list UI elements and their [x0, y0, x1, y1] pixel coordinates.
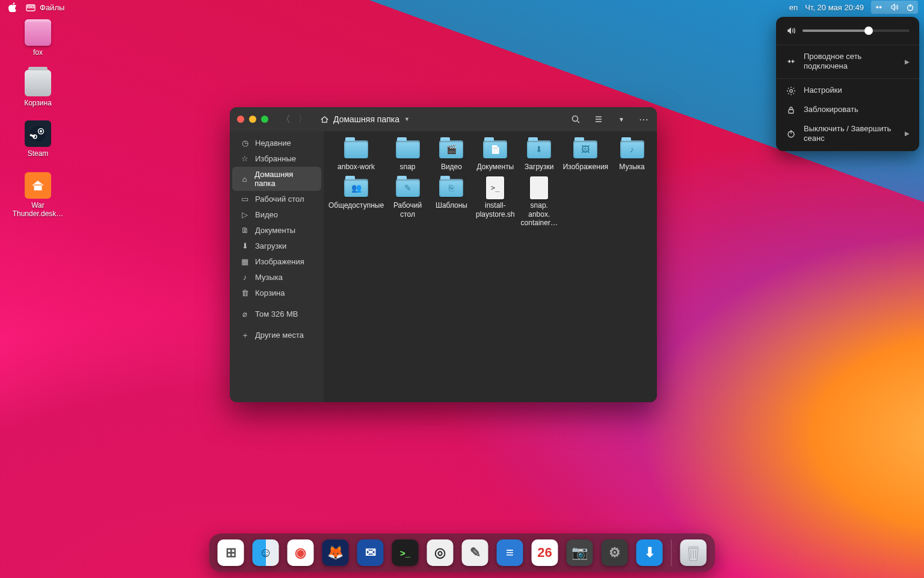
volume-row [776, 23, 919, 42]
sidebar-item-plus[interactable]: ＋Другие места [232, 328, 321, 343]
lock-menu-item[interactable]: Заблокировать [776, 101, 919, 120]
clock[interactable]: Чт, 20 мая 20:49 [805, 3, 864, 12]
settings-menu-item[interactable]: Настройки [776, 81, 919, 101]
dock-item-trash[interactable] [680, 539, 707, 566]
folder-icon: ✎ [396, 179, 420, 197]
dock-item-rhythmbox[interactable]: ◎ [427, 539, 454, 566]
dock-item-show-apps[interactable]: ⊞ [218, 539, 244, 566]
dock-item-gedit[interactable]: ✎ [462, 539, 488, 566]
file-label: snap [400, 163, 416, 171]
dock: ⊞☺◉🦊✉>_◎✎≡26📷⚙⬇ [209, 533, 715, 572]
sidebar-item-image[interactable]: ▦Изображения [232, 254, 321, 269]
system-menu-popover: Проводное сетьподключена ▶ Настройки Заб… [776, 17, 919, 151]
file-item[interactable]: 🎬Видео [430, 137, 473, 172]
apple-menu-icon[interactable] [8, 2, 17, 12]
ethernet-icon [786, 56, 796, 67]
app-menu-label: Файлы [40, 3, 64, 12]
dock-item-screenshot[interactable]: 📷 [567, 539, 593, 566]
svg-point-9 [30, 126, 46, 141]
file-label: Рабочий стол [387, 201, 428, 219]
dock-item-thunderbird[interactable]: ✉ [357, 539, 384, 566]
files-content[interactable]: anbox-worksnap🎬Видео📄Документы⬇Загрузки🖼… [324, 131, 657, 402]
desktop-icon-корзина[interactable]: Корзина [11, 70, 65, 107]
dock-item-finder[interactable]: ☺ [253, 539, 279, 566]
sidebar-item-disk[interactable]: ⌀Том 326 MB [232, 306, 321, 322]
sidebar-item-doc[interactable]: 🗎Документы [232, 223, 321, 238]
file-item[interactable]: 🖼Изображения [562, 137, 609, 172]
dock-item-calendar[interactable]: 26 [532, 539, 558, 566]
sidebar-item-trash[interactable]: 🗑Корзина [232, 285, 321, 300]
network-icon [873, 2, 884, 13]
app-icon [25, 172, 51, 199]
folder-icon [344, 140, 368, 158]
dock-item-software[interactable]: ⬇ [636, 539, 663, 566]
home-icon [319, 114, 330, 125]
steam-icon [25, 120, 51, 147]
sidebar-item-label: Рабочий стол [255, 194, 304, 204]
file-item[interactable]: 📄Документы [474, 137, 517, 172]
music-icon: ♪ [241, 273, 249, 282]
disk-icon: ⌀ [241, 310, 249, 319]
sidebar-item-label: Изображения [255, 257, 304, 266]
nav-back-button[interactable]: 〈 [280, 113, 291, 126]
file-item[interactable]: anbox-work [327, 137, 385, 172]
file-item[interactable]: snap [386, 137, 429, 172]
dock-item-settings[interactable]: ⚙ [602, 539, 628, 566]
trash-icon [25, 70, 51, 96]
svg-rect-6 [789, 110, 793, 113]
sidebar-item-music[interactable]: ♪Музыка [232, 270, 321, 285]
dock-item-libreoffice-writer[interactable]: ≡ [497, 539, 523, 566]
search-icon[interactable] [570, 114, 581, 125]
power-menu-item[interactable]: Выключить / Завершить сеанс ▶ [776, 120, 919, 148]
gear-icon [786, 85, 796, 96]
file-label: install-playstore.sh [475, 201, 516, 219]
sidebar-item-label: Корзина [255, 288, 285, 297]
file-item[interactable]: snap. anbox. container… [518, 176, 561, 228]
sidebar-item-label: Том 326 MB [255, 309, 298, 319]
file-item[interactable]: ⬇Загрузки [518, 137, 561, 172]
window-titlebar[interactable]: 〈 〉 Домашняя папка ▼ ▼ ⋯ [230, 107, 657, 131]
sidebar-item-desktop[interactable]: ▭Рабочий стол [232, 191, 321, 207]
sidebar-item-clock[interactable]: ◷Недавние [232, 135, 321, 151]
file-item[interactable]: 👥Общедоступные [327, 176, 385, 228]
file-item[interactable]: ✎Рабочий стол [386, 176, 429, 228]
view-list-icon[interactable] [593, 114, 604, 125]
maximize-button[interactable] [261, 116, 268, 123]
icon-label: Корзина [11, 99, 65, 107]
nav-forward-button[interactable]: 〉 [297, 113, 308, 126]
desktop-icon-steam[interactable]: Steam [11, 120, 65, 158]
path-button[interactable]: Домашняя папка ▼ [314, 111, 414, 127]
separator [776, 78, 919, 79]
minimize-button[interactable] [249, 116, 256, 123]
sidebar-item-download[interactable]: ⬇Загрузки [232, 238, 321, 253]
svg-line-14 [578, 121, 579, 123]
dock-item-firefox[interactable]: 🦊 [322, 539, 349, 566]
sidebar-item-video[interactable]: ▷Видео [232, 207, 321, 222]
desktop-icon-fox[interactable]: fox [11, 19, 65, 57]
system-status-area[interactable] [871, 1, 918, 14]
close-button[interactable] [237, 116, 244, 123]
file-item[interactable]: ♪Музыка [611, 137, 653, 172]
separator [776, 45, 919, 45]
desktop-icon-war thunder.desk…[interactable]: War Thunder.desk… [11, 172, 65, 218]
dock-item-terminal[interactable]: >_ [392, 539, 419, 566]
keyboard-layout[interactable]: en [789, 3, 798, 12]
sidebar-item-star[interactable]: ☆Избранные [232, 151, 321, 166]
hamburger-menu-icon[interactable]: ⋯ [639, 114, 650, 125]
folder-icon: ⬇ [527, 140, 551, 158]
app-indicator[interactable]: Файлы [25, 2, 64, 13]
dock-item-chrome[interactable]: ◉ [288, 539, 314, 566]
document-icon: >_ [486, 176, 504, 199]
view-options-icon[interactable]: ▼ [616, 114, 627, 125]
sidebar-item-home[interactable]: ⌂Домашняя папка [232, 167, 321, 191]
volume-slider[interactable] [802, 30, 910, 32]
file-label: anbox-work [337, 163, 375, 171]
file-item[interactable]: ⎘Шаблоны [430, 176, 473, 228]
file-label: Загрузки [525, 163, 553, 171]
volume-thumb[interactable] [864, 26, 873, 35]
file-item[interactable]: >_install-playstore.sh [474, 176, 517, 228]
sidebar-item-label: Другие места [255, 331, 304, 340]
dock-separator [671, 539, 672, 566]
sidebar-item-label: Избранные [255, 154, 296, 163]
network-menu-item[interactable]: Проводное сетьподключена ▶ [776, 48, 919, 76]
